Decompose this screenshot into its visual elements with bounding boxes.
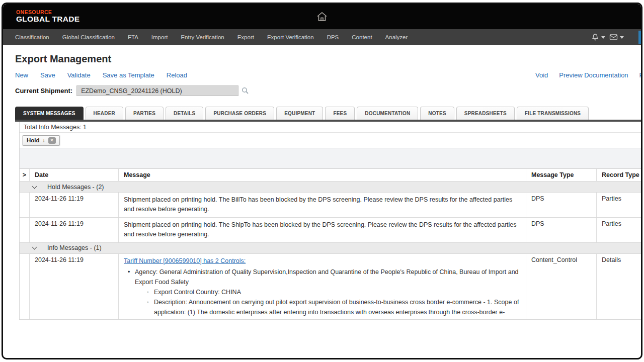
preview-documentation-button[interactable]: Preview Documentation	[559, 71, 628, 79]
save-button[interactable]: Save	[40, 71, 55, 79]
nav-fta[interactable]: FTA	[121, 34, 145, 40]
group-row-hold-messages[interactable]: Hold Messages - (2)	[20, 182, 642, 193]
messages-table: > Date Message Message Type Record Type …	[20, 169, 642, 320]
row-expand-cell	[20, 193, 30, 217]
record-type-cell: Parties	[597, 218, 642, 242]
bell-icon	[591, 33, 599, 41]
brand-logo: ONESOURCE GLOBAL TRADE	[16, 10, 79, 23]
table-row[interactable]: 2024-11-26 11:19 Shipment placed on prin…	[20, 218, 642, 243]
nav-right-icons	[591, 29, 624, 45]
nav-export[interactable]: Export	[231, 34, 261, 40]
message-type-cell: DPS	[526, 193, 597, 217]
tab-spreadsheets[interactable]: SPREADSHEETS	[456, 107, 515, 120]
hold-filter-label: Hold	[27, 137, 40, 143]
date-cell: 2024-11-26 11:19	[30, 254, 119, 320]
tariff-controls-link[interactable]: Tariff Number [9006599010] has 2 Control…	[124, 257, 246, 264]
group-row-info-messages[interactable]: Info Messages - (1)	[20, 243, 642, 254]
tab-details[interactable]: DETAILS	[166, 107, 203, 120]
date-cell: 2024-11-26 11:19	[30, 193, 119, 217]
nav-analyzer[interactable]: Analyzer	[379, 34, 415, 40]
list-item: •Agency: General Administration of Quali…	[124, 267, 521, 287]
panel-spacer	[20, 148, 642, 169]
group-title: Info Messages - (1)	[47, 244, 102, 251]
list-item: ◦Description: Announcement on carrying o…	[124, 297, 521, 320]
message-cell: Tariff Number [9006599010] has 2 Control…	[119, 254, 526, 320]
message-cell: Shipment placed on printing hold. The Sh…	[119, 218, 526, 242]
tab-notes[interactable]: NOTES	[420, 107, 454, 120]
nav-export-verification[interactable]: Export Verification	[261, 34, 320, 40]
column-header-date[interactable]: Date	[30, 169, 119, 181]
circle-bullet-icon: ◦	[147, 298, 149, 306]
current-shipment-input[interactable]	[76, 85, 238, 96]
nav-entry-verification[interactable]: Entry Verification	[174, 34, 230, 40]
record-type-cell: Parties	[597, 193, 642, 217]
user-menu-button[interactable]	[638, 31, 641, 44]
table-header-row: > Date Message Message Type Record Type	[20, 169, 642, 182]
messages-button[interactable]	[609, 34, 624, 41]
process-shipment-button[interactable]: Process S	[639, 71, 642, 79]
date-cell: 2024-11-26 11:19	[30, 218, 119, 242]
tab-equipment[interactable]: EQUIPMENT	[276, 107, 323, 120]
current-shipment-label: Current Shipment:	[15, 87, 72, 95]
message-type-cell: Content_Control	[526, 254, 597, 320]
main-nav: Classification Global Classification FTA…	[3, 29, 641, 45]
page-title: Export Management	[15, 45, 641, 65]
reload-button[interactable]: Reload	[167, 71, 187, 79]
sort-icon[interactable]: ↕	[43, 138, 45, 143]
notifications-button[interactable]	[591, 33, 605, 41]
home-icon[interactable]	[316, 12, 328, 22]
new-button[interactable]: New	[15, 71, 28, 79]
tab-bar: SYSTEM MESSAGES HEADER PARTIES DETAILS P…	[15, 106, 641, 120]
message-type-cell: DPS	[526, 218, 597, 242]
row-expand-cell	[20, 218, 30, 242]
save-as-template-button[interactable]: Save as Template	[103, 71, 154, 79]
nav-dps[interactable]: DPS	[320, 34, 346, 40]
tab-documentation[interactable]: DOCUMENTATION	[357, 107, 418, 120]
list-item: ◦Export Control Country: CHINA	[124, 287, 521, 297]
brand-global-trade: GLOBAL TRADE	[16, 15, 79, 23]
search-icon[interactable]	[242, 87, 249, 95]
column-header-message[interactable]: Message	[119, 169, 526, 181]
expand-all-toggle[interactable]: >	[20, 169, 30, 181]
table-row[interactable]: 2024-11-26 11:19 Tariff Number [90065990…	[20, 254, 642, 320]
tab-parties[interactable]: PARTIES	[125, 107, 164, 120]
hold-filter-chip[interactable]: Hold ↕ ✕	[23, 135, 60, 146]
chevron-down-icon	[620, 36, 624, 39]
tab-file-transmissions[interactable]: FILE TRANSMISSIONS	[517, 107, 589, 120]
nav-content[interactable]: Content	[345, 34, 378, 40]
chevron-down-icon[interactable]	[32, 245, 37, 250]
column-header-message-type[interactable]: Message Type	[526, 169, 597, 181]
app-window: ONESOURCE GLOBAL TRADE Classification Gl…	[2, 3, 642, 359]
bullet-icon: •	[128, 267, 130, 277]
tab-fees[interactable]: FEES	[325, 107, 355, 120]
tab-header[interactable]: HEADER	[86, 107, 123, 120]
validate-button[interactable]: Validate	[67, 71, 91, 79]
total-info-messages: Total Info Messages: 1	[20, 122, 642, 133]
void-button[interactable]: Void	[535, 71, 548, 79]
circle-bullet-icon: ◦	[147, 288, 149, 296]
toolbar-right: Void Preview Documentation Process S	[535, 71, 642, 79]
nav-classification[interactable]: Classification	[3, 34, 56, 40]
controls-detail-list: •Agency: General Administration of Quali…	[124, 267, 521, 320]
message-cell: Shipment placed on printing hold. The Bi…	[119, 193, 526, 217]
filter-chip-row: Hold ↕ ✕	[20, 133, 642, 148]
current-shipment-row: Current Shipment:	[15, 85, 641, 96]
tab-purchase-orders[interactable]: PURCHASE ORDERS	[205, 107, 274, 120]
system-messages-panel: Total Info Messages: 1 Hold ↕ ✕ > Date M…	[19, 122, 642, 320]
toolbar: New Save Validate Save as Template Reloa…	[15, 71, 641, 80]
nav-global-classification[interactable]: Global Classification	[56, 34, 121, 40]
row-expand-cell	[20, 254, 30, 320]
tab-system-messages[interactable]: SYSTEM MESSAGES	[15, 107, 84, 120]
group-title: Hold Messages - (2)	[47, 184, 104, 191]
table-row[interactable]: 2024-11-26 11:19 Shipment placed on prin…	[20, 193, 642, 218]
chevron-down-icon[interactable]	[32, 184, 37, 189]
chevron-down-icon	[601, 36, 605, 39]
page-content: Export Management New Save Validate Save…	[3, 45, 641, 320]
column-header-record-type[interactable]: Record Type	[597, 169, 642, 181]
close-icon[interactable]: ✕	[48, 137, 56, 144]
nav-import[interactable]: Import	[145, 34, 175, 40]
top-bar: ONESOURCE GLOBAL TRADE	[3, 4, 641, 29]
envelope-icon	[609, 34, 618, 41]
record-type-cell: Details	[597, 254, 642, 320]
